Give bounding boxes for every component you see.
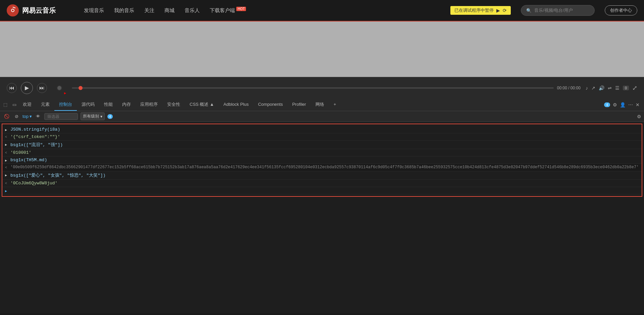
play-btn[interactable]: ▶ [21, 82, 33, 94]
nav-follow[interactable]: 关注 [144, 7, 154, 14]
search-placeholder: 音乐/视频/电台/用户 [534, 7, 573, 13]
tab-sources[interactable]: 源代码 [77, 98, 99, 111]
console-prompt-text [10, 188, 639, 193]
collapse-arrow: < [5, 166, 8, 170]
hot-badge: HOT [236, 7, 246, 11]
console-toolbar: 🚫 ⊘ top ▾ 👁 所有级别 ▾ 4 ⚙ [0, 111, 644, 122]
console-line[interactable]: ▶ bsg1x(["爱心", "女孩", "惊恐", "大笑"]) [2, 171, 642, 180]
tab-console[interactable]: 控制台 [54, 98, 77, 111]
console-output: ▶ JSON.stringify(i8a) < '{"csrf_token":"… [2, 124, 642, 197]
console-line[interactable]: < '0CoJUm6Qyw8W8jud' [2, 180, 642, 187]
console-prompt-line[interactable]: ▶ [2, 187, 642, 194]
devtools-tabs: ⬚ ▭ 欢迎 元素 控制台 源代码 性能 内存 应用程序 安全性 CSS 概述 … [0, 98, 644, 111]
console-filter-input[interactable] [44, 113, 78, 120]
eye-icon-btn[interactable]: 👁 [35, 113, 42, 120]
prev-btn[interactable]: ⏮ [7, 83, 17, 93]
prompt-arrow: ▶ [5, 189, 8, 193]
console-line[interactable]: < '{"csrf_token":""}' [2, 133, 642, 141]
console-text: '00e0b509f6259df8642dbc35662901477df2267… [10, 165, 639, 170]
nav-musician[interactable]: 音乐人 [185, 7, 200, 14]
nav-links: 发现音乐 我的音乐 关注 商城 音乐人 下载客户端 HOT [84, 7, 440, 14]
nav-download[interactable]: 下载客户端 HOT [210, 7, 246, 14]
player-controls: ⏮ ▶ ⏭ [7, 82, 47, 94]
tab-css-overview[interactable]: CSS 概述 ▲ [185, 98, 219, 111]
console-text: JSON.stringify(i8a) [10, 127, 639, 132]
collapse-arrow: < [5, 151, 8, 155]
console-line[interactable]: ▶ bsg1x(TH5M.md) [2, 156, 642, 164]
context-select[interactable]: top ▾ [22, 114, 32, 119]
progress-dot [79, 86, 83, 90]
player-bar: ⏮ ▶ ⏭ 00:00 / 00:00 ♪ ↗ 🔊 ⇌ ☰ 0 ⤢ [0, 77, 644, 98]
tab-profiler[interactable]: Profiler [288, 98, 311, 111]
device-btn[interactable]: ▭ [11, 102, 18, 107]
console-text: bsg1x(TH5M.md) [10, 158, 639, 163]
clear-console-btn[interactable]: 🚫 [3, 113, 11, 120]
tab-components[interactable]: Components [253, 98, 288, 111]
console-filter-toggle[interactable]: ⊘ [13, 113, 20, 120]
devtools-panel: ⬚ ▭ 欢迎 元素 控制台 源代码 性能 内存 应用程序 安全性 CSS 概述 … [0, 98, 644, 313]
expand-arrow: ▶ [5, 128, 8, 132]
error-count-badge: 4 [604, 102, 610, 107]
nav-mall[interactable]: 商城 [164, 7, 175, 14]
expand-arrow: ▶ [5, 173, 8, 177]
search-bar[interactable]: 🔍 音乐/视频/电台/用户 [521, 5, 595, 16]
tab-right-icons: 4 ⚙ 👤 ⋯ ✕ [604, 102, 642, 107]
lyrics-btn[interactable]: ♪ [586, 85, 588, 91]
tab-elements[interactable]: 元素 [36, 98, 54, 111]
tab-network[interactable]: 网络 [311, 98, 329, 111]
nav-mymusic[interactable]: 我的音乐 [114, 7, 134, 14]
volume-btn[interactable]: 🔊 [599, 85, 604, 91]
player-extras: ♪ ↗ 🔊 ⇌ ☰ 0 ⤢ [586, 84, 637, 92]
debug-text: 已在调试程序中暂停 [454, 7, 494, 13]
search-icon: 🔍 [526, 8, 532, 13]
progress-bar[interactable] [72, 87, 554, 89]
settings-icon[interactable]: ⚙ [613, 102, 617, 107]
console-text: '010001' [10, 150, 639, 155]
console-line[interactable]: < '010001' [2, 149, 642, 156]
inspect-btn[interactable]: ⬚ [2, 102, 9, 107]
progress-section: 00:00 / 00:00 [72, 86, 581, 90]
nav-discover[interactable]: 发现音乐 [84, 7, 104, 14]
level-select[interactable]: 所有级别 ▾ [81, 113, 105, 120]
expand-btn[interactable]: ⤢ [632, 84, 637, 92]
topbar: 网易云音乐 发现音乐 我的音乐 关注 商城 音乐人 下载客户端 HOT 已在调试… [0, 0, 644, 21]
tab-more[interactable]: + [329, 98, 341, 111]
share-btn[interactable]: ↗ [591, 85, 595, 91]
debug-step-btn[interactable]: ⟳ [503, 8, 507, 13]
content-area [0, 21, 644, 77]
console-text: '{"csrf_token":""}' [10, 134, 639, 139]
console-text: bsg1x(["爱心", "女孩", "惊恐", "大笑"]) [10, 172, 639, 178]
tab-performance[interactable]: 性能 [99, 98, 117, 111]
console-line[interactable]: ▶ JSON.stringify(i8a) [2, 126, 642, 133]
playlist-btn[interactable]: ☰ [615, 85, 620, 91]
logo-icon [7, 4, 19, 16]
console-text: bsg1x(["流泪", "强"]) [10, 142, 639, 148]
logo-text: 网易云音乐 [22, 6, 56, 15]
tab-security[interactable]: 安全性 [162, 98, 185, 111]
tab-application[interactable]: 应用程序 [136, 98, 162, 111]
logo-area: 网易云音乐 [7, 4, 74, 16]
console-line[interactable]: ▶ bsg1x(["流泪", "强"]) [2, 141, 642, 149]
tab-memory[interactable]: 内存 [117, 98, 136, 111]
close-icon[interactable]: ✕ [636, 102, 640, 107]
toolbar-settings-icon[interactable]: ⚙ [637, 114, 641, 119]
creator-btn[interactable]: 创作者中心 [605, 5, 637, 15]
console-line[interactable]: < '00e0b509f6259df8642dbc35662901477df22… [2, 164, 642, 171]
debug-resume-btn[interactable]: ▶ [496, 8, 500, 13]
time-display: 00:00 / 00:00 [557, 86, 581, 90]
more-icon[interactable]: ⋯ [628, 102, 633, 107]
album-thumb[interactable] [52, 81, 67, 95]
playlist-count: 0 [623, 86, 629, 90]
user-icon[interactable]: 👤 [620, 102, 626, 107]
collapse-arrow: < [5, 182, 8, 185]
devtools-left-icons: ⬚ ▭ [2, 102, 18, 107]
watermark-area: Yuucn.com CSDN @pikeduo [0, 313, 644, 315]
collapse-arrow: < [5, 135, 8, 139]
next-btn[interactable]: ⏭ [37, 83, 47, 93]
tab-adblock[interactable]: Adblock Plus [219, 98, 253, 111]
tab-welcome[interactable]: 欢迎 [18, 98, 36, 111]
debug-banner: 已在调试程序中暂停 ▶ ⟳ [450, 6, 511, 15]
expand-arrow: ▶ [5, 143, 8, 147]
console-badge: 4 [107, 114, 113, 119]
shuffle-btn[interactable]: ⇌ [608, 85, 612, 91]
